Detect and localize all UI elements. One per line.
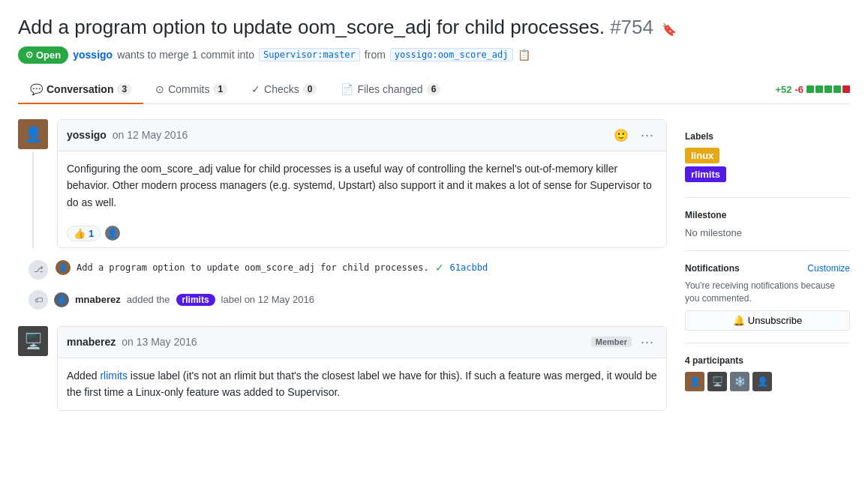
pr-title: Add a program option to update oom_score… [18,15,850,40]
comment-body-1: Configuring the oom_score_adj value for … [58,151,666,220]
files-changed-count: 6 [427,83,441,95]
participant-avatar-2[interactable]: 🖥️ [707,372,727,391]
avatar-mnaberez: 🖥️ [18,326,48,356]
comment-author-2[interactable]: mnaberez [67,336,116,348]
comment-box-2: mnaberez on 13 May 2016 Member ··· Added… [57,326,667,411]
notifications-section-title: Notifications [685,263,740,274]
comment-header-1: yossigo on 12 May 2016 🙂 ··· [58,120,666,151]
milestone-value: No milestone [685,227,742,238]
label-linux[interactable]: linux [685,148,719,163]
branch-icon: ⎇ [29,260,48,280]
diff-stats: +52 -6 [775,84,850,95]
conversation-count: 3 [117,83,131,95]
label-actor[interactable]: mnaberez [75,294,121,305]
pr-number: #754 [610,16,653,38]
files-icon: 📄 [341,83,353,95]
checks-icon: ✓ [251,83,260,95]
customize-link[interactable]: Customize [807,263,850,274]
participant-avatar-3[interactable]: ❄️ [730,372,749,391]
more-options-button-1[interactable]: ··· [638,126,657,145]
main-layout: 👤 yossigo on 12 May 2016 🙂 ··· [18,104,850,411]
tabs: 💬 Conversation 3 ⊙ Commits 1 ✓ Checks 0 … [18,76,850,104]
labels-section-title: Labels [685,131,850,142]
conversation-icon: 💬 [30,83,43,95]
unsubscribe-label: Unsubscribe [748,315,802,326]
unsubscribe-button[interactable]: 🔔 Unsubscribe [685,310,850,331]
thumbs-up-reaction[interactable]: 👍 1 [67,226,101,241]
reactor-avatar: 👤 [105,226,120,241]
comment-actions-2: Member ··· [591,333,657,352]
diff-blocks [806,85,850,93]
tab-conversation[interactable]: 💬 Conversation 3 [18,76,143,104]
reaction-count: 1 [89,228,94,239]
label-event: 🏷 👤 mnaberez added the rlimits label on … [29,286,667,314]
commits-label: Commits [168,83,209,95]
merge-text: wants to merge 1 commit into [117,49,254,61]
tab-files-changed[interactable]: 📄 Files changed 6 [329,76,452,104]
commit-author-avatar: 👤 [56,260,71,275]
label-action-text: added the [127,294,170,305]
content-area: 👤 yossigo on 12 May 2016 🙂 ··· [18,119,667,411]
tab-checks[interactable]: ✓ Checks 0 [239,76,329,104]
additions-stat: +52 [775,84,791,95]
comment-date-1: on 12 May 2016 [113,129,188,141]
bookmark-icon: 🔖 [662,23,677,36]
diff-block-1 [806,85,814,93]
commit-event-content: 👤 Add a program option to update oom_sco… [56,260,667,275]
label-suffix-text: label on 12 May 2016 [221,294,314,305]
comment-header-2: mnaberez on 13 May 2016 Member ··· [58,327,666,358]
tab-commits[interactable]: ⊙ Commits 1 [143,76,239,104]
participants-title: 4 participants [685,355,850,366]
sidebar-labels-section: Labels linux rlimits [685,119,850,198]
commits-icon: ⊙ [155,83,164,95]
participants-avatars: 👤 🖥️ ❄️ 👤 [685,372,850,391]
copy-icon[interactable]: 📋 [518,49,530,61]
diff-block-5 [842,85,850,93]
comment-box-1: yossigo on 12 May 2016 🙂 ··· Configuring… [57,119,667,248]
diff-block-4 [833,85,841,93]
comment-author-1[interactable]: yossigo [67,129,107,141]
member-badge: Member [591,337,632,347]
sidebar: Labels linux rlimits Milestone No milest… [685,119,850,411]
participant-avatar-1[interactable]: 👤 [685,372,704,391]
sidebar-milestone-section: Milestone No milestone [685,198,850,251]
label-actor-avatar: 👤 [54,292,69,307]
pr-author[interactable]: yossigo [73,49,113,61]
avatar-yossigo: 👤 [18,119,48,149]
participants-count-label: 4 participants [685,355,743,366]
from-text: from [365,49,386,61]
sidebar-notifications-section: Notifications Customize You're receiving… [685,251,850,344]
comment-2-wrapper: 🖥️ mnaberez on 13 May 2016 Member ··· [18,326,667,411]
comment-date-2: on 13 May 2016 [122,336,197,348]
bell-icon: 🔔 [733,315,745,326]
comment-1-wrapper: 👤 yossigo on 12 May 2016 🙂 ··· [18,119,667,248]
pr-title-text: Add a program option to update oom_score… [18,16,605,38]
rlimits-label-tag[interactable]: rlimits [176,294,215,306]
reaction-bar-1: 👍 1 👤 [58,220,666,247]
comment-text-1: Configuring the oom_score_adj value for … [67,160,657,211]
commit-hash[interactable]: 61acbbd [450,262,488,273]
head-branch[interactable]: yossigo:oom_score_adj [390,48,513,61]
rlimits-link[interactable]: rlimits [100,370,128,382]
open-icon: ⊙ [26,49,33,60]
participant-avatar-4[interactable]: 👤 [752,372,772,391]
conversation-label: Conversation [47,83,113,95]
label-rlimits[interactable]: rlimits [685,166,726,182]
pr-status: Open [36,49,61,61]
diff-block-2 [815,85,823,93]
milestone-section-title: Milestone [685,210,850,220]
comment-body-2: Added rlimits issue label (it's not an r… [58,358,666,410]
comment-meta-1: yossigo on 12 May 2016 [67,129,188,141]
pr-meta: ⊙ Open yossigo wants to merge 1 commit i… [18,46,850,64]
comment-actions-1: 🙂 ··· [611,126,657,145]
emoji-button-1[interactable]: 🙂 [611,127,632,144]
checks-count: 0 [303,83,317,95]
more-options-button-2[interactable]: ··· [638,333,657,352]
comment-text-2: Added rlimits issue label (it's not an r… [67,367,657,401]
deletions-stat: -6 [794,84,803,95]
base-branch[interactable]: Supervisor:master [259,48,360,61]
commit-event: ⎇ 👤 Add a program option to update oom_s… [29,254,667,286]
commit-message: Add a program option to update oom_score… [77,262,429,273]
commits-count: 1 [213,83,227,95]
checks-label: Checks [264,83,299,95]
